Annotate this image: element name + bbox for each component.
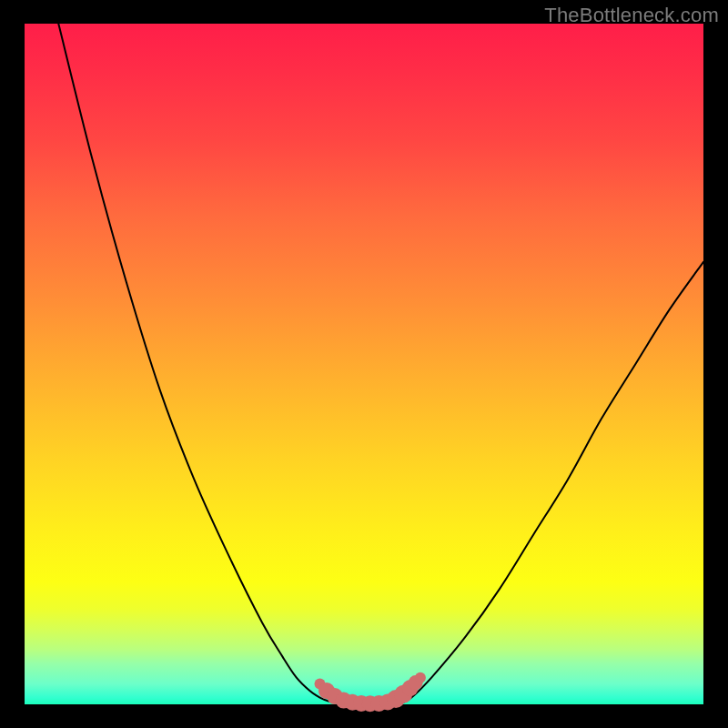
chart-frame: TheBottleneck.com	[0, 0, 728, 728]
watermark-text: TheBottleneck.com	[544, 4, 719, 27]
curve-group	[58, 24, 703, 704]
valley-marker	[415, 672, 426, 683]
chart-svg	[25, 24, 703, 704]
bottleneck-curve	[58, 24, 703, 704]
marker-group	[315, 672, 426, 712]
plot-area	[25, 24, 703, 704]
